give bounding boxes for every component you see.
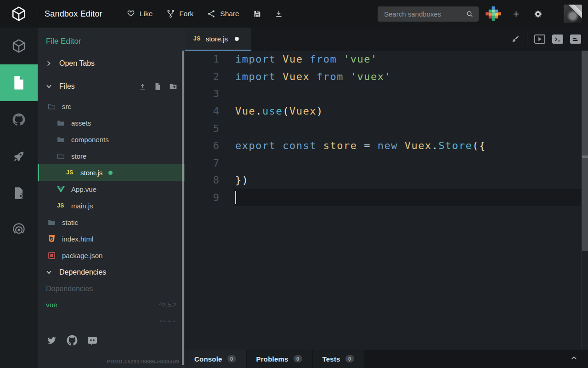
code-line-current[interactable]: 9 <box>185 189 588 207</box>
fork-icon <box>166 9 175 18</box>
code-area[interactable]: 1 import Vue from 'vue' 2 import Vuex fr… <box>185 51 588 350</box>
editor-scrollbar-thumb[interactable] <box>582 51 588 251</box>
sidebar-item-project-info[interactable] <box>0 28 38 64</box>
prettify-button[interactable] <box>511 34 520 44</box>
github-link[interactable] <box>67 335 78 346</box>
code-line[interactable]: 1 import Vue from 'vue' <box>185 51 588 68</box>
discord-link[interactable] <box>87 336 98 345</box>
toggle-devtools-button[interactable] <box>570 34 581 44</box>
scrollbar-marker <box>582 155 588 158</box>
code-token: ) <box>317 105 323 117</box>
javascript-icon: JS <box>193 35 201 42</box>
app-logo[interactable] <box>0 0 38 28</box>
file-icon <box>12 75 26 91</box>
code-token: ( <box>283 105 289 117</box>
code-token: }) <box>235 174 249 186</box>
tab-console[interactable]: Console 0 <box>185 350 246 368</box>
dependencies-section[interactable]: Dependencies <box>38 267 185 278</box>
vue-icon <box>56 186 65 193</box>
code-token: Vuex <box>283 71 317 82</box>
tree-item-components[interactable]: components <box>38 131 185 148</box>
dependencies-sublabel: Dependencies <box>46 285 185 293</box>
code-token: = <box>364 140 378 151</box>
sidebar-item-live[interactable] <box>0 212 38 248</box>
code-line[interactable]: 7 <box>185 155 588 172</box>
toggle-console-button[interactable] <box>552 34 563 44</box>
chevron-down-icon <box>46 83 51 90</box>
line-number: 3 <box>185 88 234 99</box>
files-section[interactable]: Files <box>38 81 185 92</box>
tab-label: store.js <box>206 35 228 43</box>
rocket-icon <box>12 150 25 163</box>
tree-item-app-vue[interactable]: App.vue <box>38 181 185 197</box>
upload-icon <box>139 83 147 91</box>
tree-item-assets[interactable]: assets <box>38 115 185 131</box>
tab-tests[interactable]: Tests 0 <box>313 350 364 368</box>
cube-icon <box>11 39 26 53</box>
tree-item-src[interactable]: src <box>38 98 185 115</box>
codesandbox-logo-icon <box>11 6 27 22</box>
team-badge-button[interactable] <box>486 6 501 22</box>
code-token: . <box>255 105 262 117</box>
search-input[interactable] <box>378 6 479 22</box>
twitter-link[interactable] <box>46 335 57 345</box>
tree-item-index-html[interactable]: index.html <box>38 230 185 247</box>
settings-button[interactable] <box>534 10 543 18</box>
code-line[interactable]: 6 export const store = new Vuex.Store({ <box>185 137 588 155</box>
tree-item-store-js[interactable]: JS store.js <box>38 164 185 181</box>
folder-open-icon <box>56 152 65 160</box>
toggle-preview-button[interactable] <box>534 34 545 44</box>
search-sandboxes <box>378 6 479 22</box>
code-line[interactable]: 4 Vue.use(Vuex) <box>185 103 588 120</box>
search-icon <box>466 10 474 18</box>
code-token: import <box>235 53 283 65</box>
save-button[interactable] <box>253 10 261 18</box>
dev-panel-bar: Console 0 Problems 0 Tests 0 <box>185 350 588 368</box>
page-title: Sandbox Editor <box>45 9 102 19</box>
user-avatar[interactable] <box>564 5 582 23</box>
javascript-icon: JS <box>56 202 65 209</box>
code-token: Vue <box>235 105 255 117</box>
new-sandbox-button[interactable] <box>512 10 520 18</box>
code-token: const <box>283 140 323 151</box>
code-token: export <box>235 140 283 151</box>
upload-file-button[interactable] <box>139 83 147 91</box>
editor-tab-store-js[interactable]: JS store.js <box>185 28 251 51</box>
code-line[interactable]: 8 }) <box>185 172 588 189</box>
sidebar-item-github[interactable] <box>0 101 38 138</box>
fork-button[interactable]: Fork <box>166 9 193 18</box>
tab-problems[interactable]: Problems 0 <box>247 350 312 368</box>
code-line[interactable]: 2 import Vuex from 'vuex' <box>185 68 588 86</box>
github-icon <box>12 113 25 126</box>
tree-item-store[interactable]: store <box>38 148 185 164</box>
code-line[interactable]: 5 <box>185 120 588 137</box>
problems-count-badge: 0 <box>294 355 302 362</box>
like-button[interactable]: Like <box>126 9 153 18</box>
editor-scrollbar[interactable] <box>581 51 588 350</box>
tests-count-badge: 0 <box>345 355 354 362</box>
dependency-row-vue[interactable]: vue ^2.5.2 <box>46 299 176 310</box>
new-folder-icon <box>169 83 177 90</box>
code-token: Vue <box>283 53 310 65</box>
sidebar-item-deployment[interactable] <box>0 138 38 175</box>
tree-item-static[interactable]: static <box>38 214 185 230</box>
tree-item-package-json[interactable]: package.json <box>38 247 185 264</box>
code-token: import <box>235 71 283 82</box>
open-tabs-section[interactable]: Open Tabs <box>38 58 185 69</box>
new-file-button[interactable] <box>154 83 161 91</box>
explorer-scrollbar[interactable] <box>182 51 184 365</box>
sidebar-item-file-editor[interactable] <box>0 64 38 101</box>
expand-panel-button[interactable] <box>570 354 578 362</box>
share-icon <box>207 9 216 18</box>
code-line[interactable]: 3 <box>185 85 588 103</box>
new-folder-button[interactable] <box>169 83 177 90</box>
code-token: Store <box>438 140 472 151</box>
download-button[interactable] <box>275 10 283 18</box>
share-button[interactable]: Share <box>207 9 239 18</box>
dependency-row-partial[interactable]: ^3.0.1 <box>46 318 176 322</box>
npm-icon <box>47 252 56 259</box>
code-token: from <box>310 53 344 65</box>
folder-icon <box>56 119 65 127</box>
sidebar-item-server-config[interactable] <box>0 175 38 212</box>
tree-item-main-js[interactable]: JS main.js <box>38 197 185 214</box>
